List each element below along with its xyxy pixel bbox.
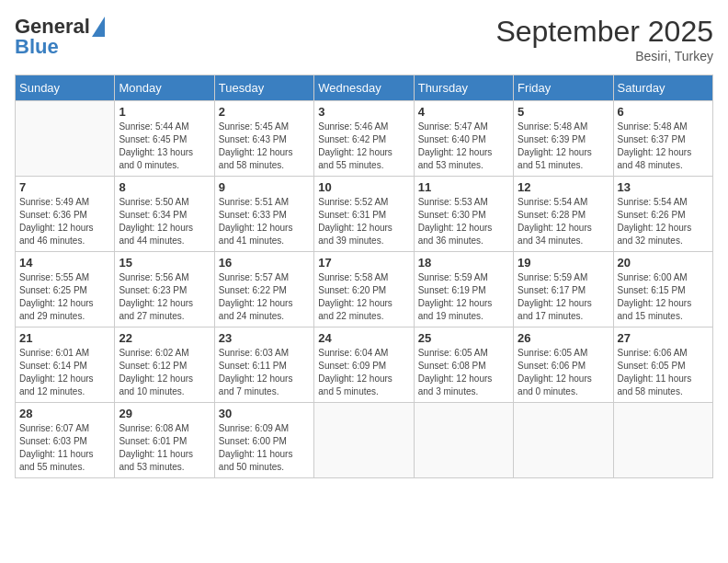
day-number: 6 — [618, 105, 709, 119]
calendar-table: SundayMondayTuesdayWednesdayThursdayFrid… — [15, 75, 713, 478]
day-info: Sunrise: 5:54 AM Sunset: 6:28 PM Dayligh… — [518, 196, 609, 247]
calendar-cell: 17Sunrise: 5:58 AM Sunset: 6:20 PM Dayli… — [314, 252, 414, 327]
calendar-cell: 22Sunrise: 6:02 AM Sunset: 6:12 PM Dayli… — [115, 327, 214, 403]
calendar-week-2: 7Sunrise: 5:49 AM Sunset: 6:36 PM Daylig… — [16, 177, 713, 252]
day-number: 7 — [19, 180, 110, 194]
day-info: Sunrise: 5:48 AM Sunset: 6:37 PM Dayligh… — [618, 121, 709, 172]
calendar-cell: 11Sunrise: 5:53 AM Sunset: 6:30 PM Dayli… — [414, 177, 513, 252]
day-number: 5 — [518, 105, 609, 119]
calendar-cell — [16, 101, 115, 177]
calendar-cell: 26Sunrise: 6:05 AM Sunset: 6:06 PM Dayli… — [514, 327, 613, 403]
calendar-cell: 5Sunrise: 5:48 AM Sunset: 6:39 PM Daylig… — [514, 101, 613, 177]
calendar-cell: 1Sunrise: 5:44 AM Sunset: 6:45 PM Daylig… — [115, 101, 214, 177]
calendar-cell: 30Sunrise: 6:09 AM Sunset: 6:00 PM Dayli… — [214, 403, 313, 478]
day-header-sunday: Sunday — [16, 75, 115, 101]
day-info: Sunrise: 5:53 AM Sunset: 6:30 PM Dayligh… — [418, 196, 509, 247]
day-number: 14 — [19, 256, 110, 270]
day-number: 15 — [119, 256, 210, 270]
day-number: 20 — [618, 256, 709, 270]
day-info: Sunrise: 6:09 AM Sunset: 6:00 PM Dayligh… — [219, 422, 310, 474]
day-info: Sunrise: 6:02 AM Sunset: 6:12 PM Dayligh… — [119, 347, 210, 398]
calendar-cell: 27Sunrise: 6:06 AM Sunset: 6:05 PM Dayli… — [613, 327, 712, 403]
page-header: General Blue September 2025 Besiri, Turk… — [15, 15, 713, 63]
day-info: Sunrise: 5:44 AM Sunset: 6:45 PM Dayligh… — [119, 121, 210, 172]
day-number: 10 — [318, 180, 409, 194]
calendar-cell: 21Sunrise: 6:01 AM Sunset: 6:14 PM Dayli… — [16, 327, 115, 403]
day-info: Sunrise: 5:57 AM Sunset: 6:22 PM Dayligh… — [219, 271, 310, 323]
calendar-cell: 20Sunrise: 6:00 AM Sunset: 6:15 PM Dayli… — [613, 252, 712, 327]
day-info: Sunrise: 6:08 AM Sunset: 6:01 PM Dayligh… — [119, 422, 210, 474]
day-info: Sunrise: 6:07 AM Sunset: 6:03 PM Dayligh… — [19, 422, 110, 474]
calendar-cell — [314, 403, 414, 478]
calendar-week-4: 21Sunrise: 6:01 AM Sunset: 6:14 PM Dayli… — [16, 327, 713, 403]
day-info: Sunrise: 6:06 AM Sunset: 6:05 PM Dayligh… — [618, 347, 709, 398]
day-info: Sunrise: 5:51 AM Sunset: 6:33 PM Dayligh… — [219, 196, 310, 247]
calendar-week-1: 1Sunrise: 5:44 AM Sunset: 6:45 PM Daylig… — [16, 101, 713, 177]
calendar-week-3: 14Sunrise: 5:55 AM Sunset: 6:25 PM Dayli… — [16, 252, 713, 327]
calendar-cell: 8Sunrise: 5:50 AM Sunset: 6:34 PM Daylig… — [115, 177, 214, 252]
day-info: Sunrise: 6:05 AM Sunset: 6:06 PM Dayligh… — [518, 347, 609, 398]
day-info: Sunrise: 5:48 AM Sunset: 6:39 PM Dayligh… — [518, 121, 609, 172]
day-info: Sunrise: 6:01 AM Sunset: 6:14 PM Dayligh… — [19, 347, 110, 398]
calendar-cell: 28Sunrise: 6:07 AM Sunset: 6:03 PM Dayli… — [16, 403, 115, 478]
calendar-cell: 18Sunrise: 5:59 AM Sunset: 6:19 PM Dayli… — [414, 252, 513, 327]
day-info: Sunrise: 5:59 AM Sunset: 6:17 PM Dayligh… — [518, 271, 609, 323]
logo-blue-text: Blue — [15, 35, 59, 59]
day-number: 11 — [418, 180, 509, 194]
title-area: September 2025 Besiri, Turkey — [495, 15, 713, 63]
day-number: 13 — [618, 180, 709, 194]
logo-icon — [92, 17, 105, 37]
calendar-header-row: SundayMondayTuesdayWednesdayThursdayFrid… — [16, 75, 713, 101]
day-number: 18 — [418, 256, 509, 270]
calendar-cell: 16Sunrise: 5:57 AM Sunset: 6:22 PM Dayli… — [214, 252, 313, 327]
day-header-friday: Friday — [514, 75, 613, 101]
day-info: Sunrise: 6:04 AM Sunset: 6:09 PM Dayligh… — [318, 347, 409, 398]
calendar-cell: 7Sunrise: 5:49 AM Sunset: 6:36 PM Daylig… — [16, 177, 115, 252]
day-header-wednesday: Wednesday — [314, 75, 414, 101]
day-number: 3 — [318, 105, 409, 119]
calendar-cell: 2Sunrise: 5:45 AM Sunset: 6:43 PM Daylig… — [214, 101, 313, 177]
calendar-cell: 4Sunrise: 5:47 AM Sunset: 6:40 PM Daylig… — [414, 101, 513, 177]
day-info: Sunrise: 5:52 AM Sunset: 6:31 PM Dayligh… — [318, 196, 409, 247]
day-number: 21 — [19, 331, 110, 345]
day-number: 19 — [518, 256, 609, 270]
day-info: Sunrise: 5:55 AM Sunset: 6:25 PM Dayligh… — [19, 271, 110, 323]
calendar-cell: 24Sunrise: 6:04 AM Sunset: 6:09 PM Dayli… — [314, 327, 414, 403]
day-header-thursday: Thursday — [414, 75, 513, 101]
day-info: Sunrise: 6:05 AM Sunset: 6:08 PM Dayligh… — [418, 347, 509, 398]
calendar-cell: 6Sunrise: 5:48 AM Sunset: 6:37 PM Daylig… — [613, 101, 712, 177]
calendar-cell — [414, 403, 513, 478]
day-info: Sunrise: 5:46 AM Sunset: 6:42 PM Dayligh… — [318, 121, 409, 172]
day-number: 16 — [219, 256, 310, 270]
day-number: 12 — [518, 180, 609, 194]
day-number: 26 — [518, 331, 609, 345]
day-number: 27 — [618, 331, 709, 345]
day-number: 30 — [219, 407, 310, 420]
day-number: 23 — [219, 331, 310, 345]
day-number: 4 — [418, 105, 509, 119]
calendar-cell: 13Sunrise: 5:54 AM Sunset: 6:26 PM Dayli… — [613, 177, 712, 252]
day-info: Sunrise: 6:03 AM Sunset: 6:11 PM Dayligh… — [219, 347, 310, 398]
calendar-cell: 3Sunrise: 5:46 AM Sunset: 6:42 PM Daylig… — [314, 101, 414, 177]
day-info: Sunrise: 5:59 AM Sunset: 6:19 PM Dayligh… — [418, 271, 509, 323]
calendar-week-5: 28Sunrise: 6:07 AM Sunset: 6:03 PM Dayli… — [16, 403, 713, 478]
day-info: Sunrise: 5:56 AM Sunset: 6:23 PM Dayligh… — [119, 271, 210, 323]
calendar-cell: 15Sunrise: 5:56 AM Sunset: 6:23 PM Dayli… — [115, 252, 214, 327]
calendar-cell: 12Sunrise: 5:54 AM Sunset: 6:28 PM Dayli… — [514, 177, 613, 252]
day-header-tuesday: Tuesday — [214, 75, 313, 101]
location: Besiri, Turkey — [495, 49, 713, 63]
calendar-cell: 19Sunrise: 5:59 AM Sunset: 6:17 PM Dayli… — [514, 252, 613, 327]
day-number: 17 — [318, 256, 409, 270]
day-header-monday: Monday — [115, 75, 214, 101]
day-info: Sunrise: 5:49 AM Sunset: 6:36 PM Dayligh… — [19, 196, 110, 247]
day-number: 24 — [318, 331, 409, 345]
calendar-cell: 9Sunrise: 5:51 AM Sunset: 6:33 PM Daylig… — [214, 177, 313, 252]
calendar-cell — [613, 403, 712, 478]
day-info: Sunrise: 5:58 AM Sunset: 6:20 PM Dayligh… — [318, 271, 409, 323]
day-info: Sunrise: 6:00 AM Sunset: 6:15 PM Dayligh… — [618, 271, 709, 323]
day-number: 8 — [119, 180, 210, 194]
calendar-cell: 10Sunrise: 5:52 AM Sunset: 6:31 PM Dayli… — [314, 177, 414, 252]
day-number: 9 — [219, 180, 310, 194]
calendar-cell — [514, 403, 613, 478]
day-info: Sunrise: 5:47 AM Sunset: 6:40 PM Dayligh… — [418, 121, 509, 172]
